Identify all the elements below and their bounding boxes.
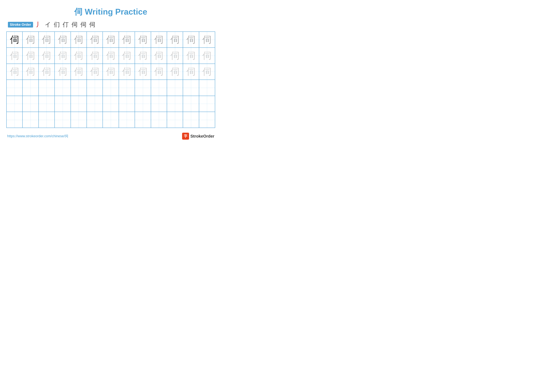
grid-cell[interactable]: 伺 <box>151 64 167 80</box>
grid-row[interactable] <box>7 96 215 112</box>
grid-cell[interactable]: 伺 <box>103 64 119 80</box>
grid-cell[interactable] <box>22 96 38 112</box>
grid-cell[interactable] <box>71 96 87 112</box>
grid-cell[interactable] <box>55 80 71 96</box>
grid-cell[interactable]: 伺 <box>39 64 55 80</box>
cell-character: 伺 <box>122 35 131 44</box>
grid-cell[interactable]: 伺 <box>55 32 71 48</box>
grid-cell[interactable]: 伺 <box>119 48 135 64</box>
grid-cell[interactable]: 伺 <box>135 32 151 48</box>
grid-cell[interactable]: 伺 <box>87 64 103 80</box>
cell-character: 伺 <box>138 51 147 60</box>
grid-cell[interactable] <box>7 80 22 96</box>
grid-cell[interactable]: 伺 <box>103 48 119 64</box>
grid-cell[interactable]: 伺 <box>22 32 38 48</box>
grid-cell[interactable] <box>151 112 167 128</box>
grid-cell[interactable] <box>39 80 55 96</box>
grid-cell[interactable]: 伺 <box>199 32 215 48</box>
grid-cell[interactable]: 伺 <box>87 48 103 64</box>
grid-cell[interactable]: 伺 <box>71 32 87 48</box>
grid-cell[interactable]: 伺 <box>183 64 199 80</box>
grid-cell[interactable]: 伺 <box>167 48 183 64</box>
grid-row[interactable]: 伺伺伺伺伺伺伺伺伺伺伺伺伺 <box>7 64 215 80</box>
grid-cell[interactable] <box>119 96 135 112</box>
grid-cell[interactable]: 伺 <box>103 32 119 48</box>
cell-character: 伺 <box>106 51 115 60</box>
grid-cell[interactable]: 伺 <box>183 48 199 64</box>
grid-cell[interactable]: 伺 <box>39 32 55 48</box>
grid-cell[interactable] <box>135 80 151 96</box>
grid-cell[interactable] <box>103 80 119 96</box>
footer-logo: 字 StrokeOrder <box>182 133 214 140</box>
grid-cell[interactable]: 伺 <box>71 48 87 64</box>
grid-cell[interactable] <box>199 112 215 128</box>
grid-cell[interactable] <box>87 96 103 112</box>
grid-cell[interactable] <box>183 112 199 128</box>
grid-cell[interactable] <box>183 80 199 96</box>
grid-cell[interactable]: 伺 <box>135 48 151 64</box>
grid-cell[interactable] <box>119 112 135 128</box>
grid-cell[interactable] <box>199 96 215 112</box>
grid-cell[interactable]: 伺 <box>167 32 183 48</box>
cell-character: 伺 <box>154 51 163 60</box>
grid-cell[interactable]: 伺 <box>151 48 167 64</box>
cell-character: 伺 <box>10 35 19 44</box>
cell-character: 伺 <box>186 67 196 76</box>
cell-character: 伺 <box>10 51 19 60</box>
cell-character: 伺 <box>202 67 212 76</box>
cell-character: 伺 <box>58 51 67 60</box>
grid-cell[interactable]: 伺 <box>199 48 215 64</box>
grid-cell[interactable]: 伺 <box>55 64 71 80</box>
grid-cell[interactable] <box>135 112 151 128</box>
grid-cell[interactable] <box>22 80 38 96</box>
cell-character: 伺 <box>170 67 180 76</box>
grid-cell[interactable]: 伺 <box>71 64 87 80</box>
grid-cell[interactable]: 伺 <box>39 48 55 64</box>
grid-row[interactable]: 伺伺伺伺伺伺伺伺伺伺伺伺伺 <box>7 32 215 48</box>
grid-cell[interactable]: 伺 <box>55 48 71 64</box>
grid-cell[interactable] <box>55 112 71 128</box>
grid-cell[interactable] <box>199 80 215 96</box>
grid-cell[interactable] <box>135 96 151 112</box>
grid-cell[interactable] <box>167 80 183 96</box>
grid-cell[interactable] <box>7 112 22 128</box>
grid-cell[interactable] <box>87 112 103 128</box>
grid-cell[interactable]: 伺 <box>7 64 22 80</box>
grid-cell[interactable]: 伺 <box>7 48 22 64</box>
grid-cell[interactable] <box>103 112 119 128</box>
grid-cell[interactable] <box>7 96 22 112</box>
grid-cell[interactable]: 伺 <box>167 64 183 80</box>
grid-cell[interactable]: 伺 <box>22 48 38 64</box>
grid-cell[interactable] <box>39 96 55 112</box>
grid-row[interactable] <box>7 80 215 96</box>
grid-cell[interactable] <box>151 80 167 96</box>
grid-cell[interactable]: 伺 <box>135 64 151 80</box>
grid-cell[interactable] <box>71 80 87 96</box>
grid-cell[interactable]: 伺 <box>22 64 38 80</box>
grid-cell[interactable]: 伺 <box>87 32 103 48</box>
grid-cell[interactable] <box>55 96 71 112</box>
grid-cell[interactable] <box>87 80 103 96</box>
cell-character: 伺 <box>202 35 212 44</box>
grid-cell[interactable] <box>151 96 167 112</box>
grid-cell[interactable] <box>39 112 55 128</box>
cell-character: 伺 <box>90 67 99 76</box>
cell-character: 伺 <box>26 35 35 44</box>
grid-cell[interactable] <box>167 112 183 128</box>
grid-cell[interactable] <box>183 96 199 112</box>
grid-cell[interactable] <box>103 96 119 112</box>
stroke-3: 们 <box>54 21 60 29</box>
grid-cell[interactable] <box>119 80 135 96</box>
grid-row[interactable] <box>7 112 215 128</box>
cell-character: 伺 <box>42 51 51 60</box>
grid-cell[interactable]: 伺 <box>183 32 199 48</box>
grid-cell[interactable]: 伺 <box>151 32 167 48</box>
grid-cell[interactable]: 伺 <box>199 64 215 80</box>
grid-cell[interactable]: 伺 <box>119 32 135 48</box>
grid-cell[interactable] <box>71 112 87 128</box>
grid-cell[interactable] <box>167 96 183 112</box>
grid-row[interactable]: 伺伺伺伺伺伺伺伺伺伺伺伺伺 <box>7 48 215 64</box>
grid-cell[interactable]: 伺 <box>119 64 135 80</box>
grid-cell[interactable] <box>22 112 38 128</box>
grid-cell[interactable]: 伺 <box>7 32 22 48</box>
